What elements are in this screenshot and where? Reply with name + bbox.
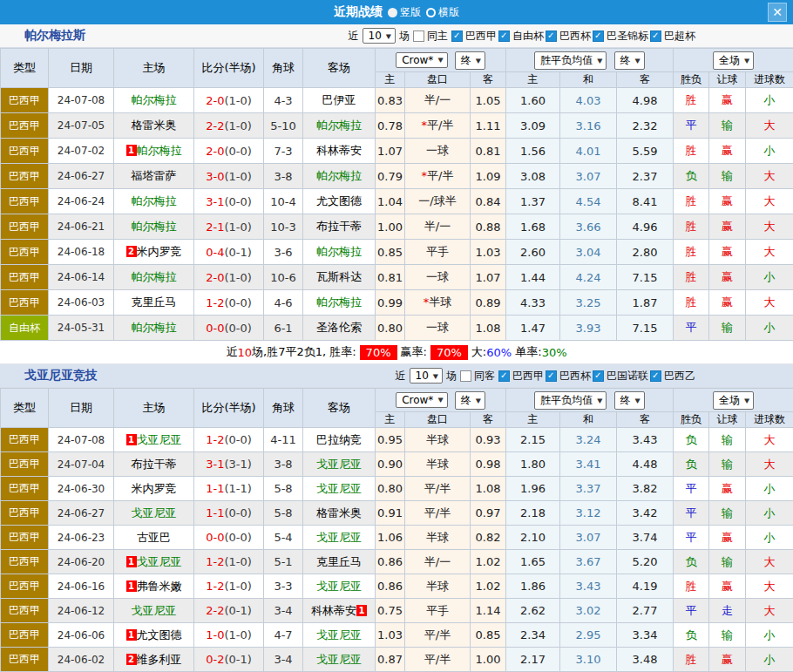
league-checkbox[interactable]: 巴西乙 bbox=[650, 369, 695, 384]
bookmaker-select[interactable]: Crow*▼ bbox=[396, 392, 447, 408]
same-venue-checkbox[interactable]: 同主 bbox=[413, 29, 448, 44]
date-cell: 24-07-08 bbox=[49, 428, 114, 452]
avg-draw-cell: 4.24 bbox=[560, 265, 617, 290]
avg-away-cell: 2.80 bbox=[617, 240, 674, 265]
checkbox-icon[interactable] bbox=[546, 370, 557, 382]
odds-stage-select[interactable]: 终▼ bbox=[455, 391, 485, 410]
type-cell: 巴西甲 bbox=[1, 265, 49, 290]
checkbox-icon[interactable] bbox=[498, 370, 510, 382]
team-name: 戈亚尼亚 bbox=[316, 653, 362, 666]
bookmaker-select[interactable]: Crow*▼ bbox=[396, 52, 447, 68]
league-checkbox[interactable]: 自由杯 bbox=[498, 29, 544, 44]
halftime-score: (1-0) bbox=[224, 555, 251, 568]
team-name-heading: 帕尔梅拉斯 bbox=[0, 28, 85, 44]
handicap-cell: 平手 bbox=[405, 240, 471, 265]
col-home: 主场 bbox=[114, 389, 194, 428]
layout-radio-horizontal[interactable]: 横版 bbox=[426, 5, 459, 20]
avg-select[interactable]: 胜平负均值▼ bbox=[534, 51, 607, 70]
avg-select[interactable]: 胜平负均值▼ bbox=[534, 391, 607, 410]
result-group-header: 全场▼ bbox=[674, 389, 793, 412]
team-panel-2: 戈亚尼亚竞技 近 10▼ 场 同客 巴西甲巴西杯巴国诺联巴西乙 类型 bbox=[0, 364, 793, 672]
home-odds-cell: 0.79 bbox=[376, 164, 405, 189]
match-row: 巴西甲24-06-14帕尔梅拉2-0(1-0)10-6瓦斯科达0.81一球1.0… bbox=[1, 265, 793, 290]
goals-result-cell: 大 bbox=[746, 452, 793, 477]
team-name: 帕尔梅拉 bbox=[137, 144, 182, 157]
match-row: 巴西甲24-06-24帕尔梅拉3-1(0-0)10-4尤文图德1.04一/球半0… bbox=[1, 189, 793, 214]
away-odds-cell: 0.89 bbox=[471, 290, 506, 316]
date-cell: 24-06-27 bbox=[49, 164, 114, 189]
league-checkbox[interactable]: 巴西杯 bbox=[546, 369, 591, 384]
team-name: 科林蒂安 bbox=[316, 144, 362, 157]
checkbox-icon[interactable] bbox=[413, 31, 424, 42]
league-checkbox[interactable]: 巴西甲 bbox=[498, 369, 544, 384]
checkbox-icon[interactable] bbox=[546, 31, 557, 42]
league-checkbox[interactable]: 巴西杯 bbox=[546, 29, 591, 44]
league-checkbox[interactable]: 巴西甲 bbox=[451, 29, 497, 44]
checkbox-icon[interactable] bbox=[451, 31, 463, 42]
fulltime-score: 1-2 bbox=[206, 580, 224, 593]
league-label: 巴圣锦标 bbox=[607, 29, 648, 44]
team-name: 格雷米奥 bbox=[316, 506, 362, 519]
unit-label: 场 bbox=[446, 369, 457, 384]
checkbox-icon[interactable] bbox=[498, 31, 510, 42]
avg-draw-cell: 3.66 bbox=[560, 214, 617, 240]
checkbox-icon[interactable] bbox=[650, 370, 661, 382]
checkbox-icon[interactable] bbox=[650, 31, 661, 42]
result-cell: 胜 bbox=[674, 88, 709, 113]
avg-stage-select[interactable]: 终▼ bbox=[614, 51, 645, 70]
avg-away-cell: 2.37 bbox=[617, 164, 674, 189]
scope-select[interactable]: 全场▼ bbox=[713, 391, 754, 410]
checkbox-icon[interactable] bbox=[593, 31, 604, 42]
rate-badge: 70% bbox=[360, 345, 397, 360]
col-avg-away: 客 bbox=[617, 72, 674, 88]
close-icon[interactable]: ✕ bbox=[768, 3, 787, 22]
col-let-result: 让球 bbox=[709, 72, 746, 88]
date-cell: 24-06-18 bbox=[49, 240, 114, 265]
title-group: 近期战绩 竖版 横版 bbox=[334, 4, 459, 20]
handicap-cell: 一球 bbox=[405, 139, 471, 164]
same-venue-checkbox[interactable]: 同客 bbox=[460, 369, 495, 384]
corner-cell: 5-8 bbox=[264, 477, 303, 501]
col-home: 主场 bbox=[114, 49, 194, 88]
rate-badge: 70% bbox=[430, 345, 468, 360]
away-odds-cell: 1.02 bbox=[471, 574, 506, 599]
corner-cell: 10-3 bbox=[264, 214, 303, 240]
league-checkbox[interactable]: 巴国诺联 bbox=[593, 369, 648, 384]
avg-draw-cell: 3.24 bbox=[560, 428, 617, 452]
avg-home-cell: 2.60 bbox=[506, 240, 560, 265]
match-count-select[interactable]: 10▼ bbox=[410, 368, 443, 384]
team-name: 戈亚尼亚 bbox=[132, 604, 177, 617]
chevron-down-icon: ▼ bbox=[386, 32, 391, 39]
type-cell: 巴西甲 bbox=[1, 526, 49, 550]
corner-cell: 10-4 bbox=[264, 189, 303, 214]
team-name: 巴拉纳竞 bbox=[316, 433, 362, 446]
layout-radio-vertical[interactable]: 竖版 bbox=[388, 5, 421, 20]
avg-home-cell: 2.10 bbox=[506, 526, 560, 550]
goals-result-cell: 小 bbox=[746, 139, 793, 164]
avg-stage-select[interactable]: 终▼ bbox=[614, 391, 645, 410]
date-cell: 24-07-05 bbox=[49, 113, 114, 139]
avg-draw-cell: 3.07 bbox=[560, 164, 617, 189]
corner-cell: 5-1 bbox=[264, 550, 303, 574]
scope-select[interactable]: 全场▼ bbox=[713, 51, 754, 70]
score-cell: 1-2(0-0) bbox=[194, 290, 264, 316]
league-checkbox[interactable]: 巴圣锦标 bbox=[593, 29, 648, 44]
avg-away-cell: 1.87 bbox=[617, 290, 674, 316]
goals-result-cell: 小 bbox=[746, 477, 793, 501]
handicap-result-cell: 输 bbox=[709, 164, 746, 189]
col-date: 日期 bbox=[49, 389, 114, 428]
handicap-cell: 半/一 bbox=[405, 214, 471, 240]
radio-selected-icon[interactable] bbox=[388, 8, 397, 17]
chevron-down-icon: ▼ bbox=[744, 57, 749, 64]
league-filters: 巴西甲自由杯巴西杯巴圣锦标巴超杯 bbox=[451, 29, 695, 44]
checkbox-icon[interactable] bbox=[593, 370, 604, 382]
checkbox-icon[interactable] bbox=[460, 370, 471, 382]
match-count-select[interactable]: 10▼ bbox=[363, 28, 396, 44]
away-team-cell: 戈亚尼亚 bbox=[303, 648, 376, 672]
odds-stage-select[interactable]: 终▼ bbox=[455, 51, 485, 70]
col-result: 胜负 bbox=[674, 72, 709, 88]
radio-unselected-icon[interactable] bbox=[426, 8, 436, 17]
type-cell: 巴西甲 bbox=[1, 574, 49, 599]
league-label: 巴西杯 bbox=[559, 29, 591, 44]
league-checkbox[interactable]: 巴超杯 bbox=[650, 29, 695, 44]
